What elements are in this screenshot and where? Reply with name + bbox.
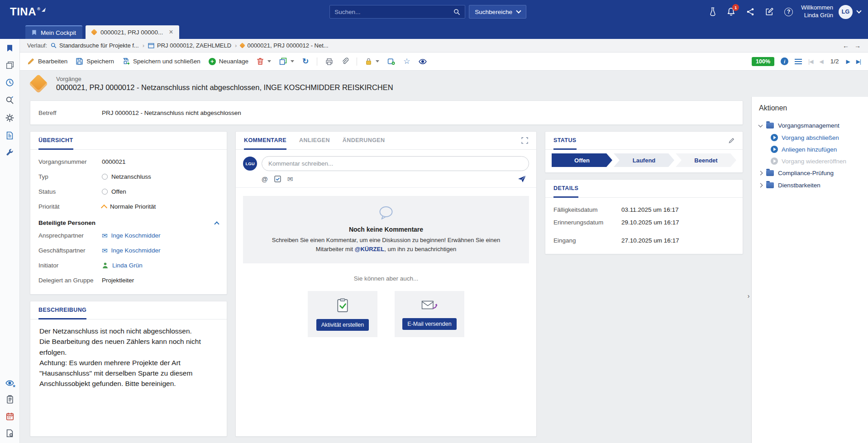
delete-button[interactable] bbox=[257, 57, 271, 65]
collapse-section-icon[interactable] bbox=[214, 221, 219, 226]
person-link[interactable]: Inge Koschmidder bbox=[111, 232, 161, 239]
chevron-down-icon[interactable] bbox=[758, 123, 763, 128]
field-value[interactable]: Netzanschluss bbox=[111, 173, 151, 180]
breadcrumb-item-search[interactable]: Standardsuche für Projekte f... bbox=[51, 42, 139, 49]
radio-icon[interactable] bbox=[102, 174, 108, 180]
clipboard-icon[interactable] bbox=[6, 395, 14, 404]
global-search-box[interactable] bbox=[329, 5, 465, 19]
action-anliegen-hinzufuegen[interactable]: Anliegen hinzufügen bbox=[759, 143, 861, 155]
last-page-button[interactable]: ▶| bbox=[856, 58, 861, 65]
edit-status-icon[interactable] bbox=[729, 138, 734, 143]
search-scope-button[interactable]: Suchbereiche bbox=[469, 5, 526, 19]
tab-mein-cockpit[interactable]: Mein Cockpit bbox=[25, 25, 82, 39]
dropdown-caret-icon[interactable] bbox=[267, 60, 271, 62]
action-group-vorgangsmanagement[interactable]: Vorgangsmanagement bbox=[759, 119, 861, 132]
status-step-laufend[interactable]: Laufend bbox=[614, 153, 674, 167]
favorite-button[interactable]: ☆ bbox=[403, 57, 410, 65]
task-icon[interactable] bbox=[274, 176, 281, 182]
field-value[interactable]: 29.10.2025 um 16:17 bbox=[621, 219, 734, 226]
bookmark-icon[interactable] bbox=[6, 44, 13, 52]
notifications-bell-icon[interactable]: 1 bbox=[727, 7, 735, 16]
copy-button[interactable] bbox=[279, 57, 294, 65]
breadcrumb-item-vorgang[interactable]: 0000021, PRJ 0000012 - Net... bbox=[240, 42, 328, 49]
action-vorgang-abschliessen[interactable]: Vorgang abschließen bbox=[759, 132, 861, 143]
zoom-badge[interactable]: 100% bbox=[752, 57, 774, 66]
wrench-icon[interactable] bbox=[6, 149, 14, 157]
tab-details[interactable]: DETAILS bbox=[553, 180, 578, 198]
chevron-right-icon[interactable] bbox=[758, 171, 763, 176]
send-comment-icon[interactable] bbox=[518, 175, 526, 183]
status-step-beendet[interactable]: Beendet bbox=[676, 153, 736, 167]
windows-icon[interactable] bbox=[6, 61, 14, 69]
dropdown-caret-icon[interactable] bbox=[376, 60, 379, 62]
tab-anliegen[interactable]: ANLIEGEN bbox=[299, 132, 330, 150]
add-link-button[interactable] bbox=[387, 57, 395, 65]
share-icon[interactable] bbox=[746, 8, 754, 16]
subject-value[interactable]: PRJ 0000012 - Netzanschluss nicht abgesc… bbox=[102, 110, 734, 116]
mail-icon[interactable]: ✉ bbox=[287, 176, 293, 182]
field-value[interactable]: 0000021 bbox=[102, 158, 126, 165]
field-value[interactable]: Offen bbox=[111, 188, 126, 195]
first-page-button[interactable]: |◀ bbox=[808, 58, 813, 65]
compose-icon[interactable] bbox=[765, 8, 773, 16]
person-link[interactable]: Linda Grün bbox=[112, 262, 143, 269]
search-edit-icon[interactable] bbox=[5, 96, 14, 105]
chevron-right-icon[interactable] bbox=[758, 183, 763, 188]
vial-icon[interactable] bbox=[710, 7, 716, 16]
field-value[interactable]: Normale Priorität bbox=[110, 203, 156, 210]
user-menu-chevron-icon[interactable] bbox=[856, 8, 861, 13]
mail-icon[interactable]: ✉ bbox=[102, 247, 108, 254]
next-page-button[interactable]: ▶ bbox=[846, 58, 849, 65]
mail-icon[interactable]: ✉ bbox=[102, 232, 108, 239]
field-value[interactable]: 03.11.2025 um 16:17 bbox=[621, 206, 734, 213]
tab-status[interactable]: STATUS bbox=[553, 132, 577, 150]
lock-button[interactable] bbox=[365, 57, 379, 65]
field-value[interactable]: 27.10.2025 um 16:17 bbox=[621, 237, 734, 244]
print-button[interactable] bbox=[325, 58, 333, 65]
description-text[interactable]: Der Netzanschluss ist noch nicht abgesch… bbox=[30, 319, 227, 395]
collapse-panel-icon[interactable]: › bbox=[745, 291, 752, 301]
action-group-dienstbarkeiten[interactable]: Dienstbarkeiten bbox=[759, 179, 861, 191]
info-icon[interactable]: i bbox=[781, 57, 788, 65]
eye-star-icon[interactable]: ★ bbox=[5, 380, 14, 386]
tab-kommentare[interactable]: KOMMENTARE bbox=[244, 132, 286, 150]
close-tab-icon[interactable]: × bbox=[169, 29, 173, 36]
prev-page-button[interactable]: ◀ bbox=[819, 58, 823, 65]
save-close-button[interactable]: Speichern und schließen bbox=[122, 57, 200, 65]
search-icon[interactable] bbox=[453, 9, 460, 15]
tab-aenderungen[interactable]: ÄNDERUNGEN bbox=[343, 132, 385, 150]
expand-icon[interactable] bbox=[521, 137, 528, 144]
status-step-offen[interactable]: Offen bbox=[552, 153, 612, 167]
edit-button[interactable]: Bearbeiten bbox=[27, 57, 67, 65]
search-input[interactable] bbox=[334, 9, 453, 15]
attachment-button[interactable] bbox=[341, 57, 348, 65]
calendar-icon[interactable] bbox=[6, 412, 14, 420]
tab-uebersicht[interactable]: ÜBERSICHT bbox=[38, 132, 73, 150]
action-group-compliance[interactable]: Compliance-Prüfung bbox=[759, 167, 861, 179]
help-icon[interactable]: ? bbox=[784, 8, 793, 16]
refresh-button[interactable]: ↻ bbox=[302, 57, 309, 65]
report-icon[interactable] bbox=[6, 131, 14, 140]
tab-vorgang[interactable]: 0000021, PRJ 00000... × bbox=[86, 25, 179, 39]
radio-icon[interactable] bbox=[102, 189, 108, 195]
send-email-button[interactable]: E-Mail versenden bbox=[402, 318, 456, 330]
send-email-tile[interactable]: E-Mail versenden bbox=[395, 291, 464, 337]
history-back-icon[interactable]: ← bbox=[843, 42, 849, 49]
comment-input[interactable] bbox=[262, 156, 529, 171]
user-avatar[interactable]: LG bbox=[839, 5, 853, 19]
field-value[interactable]: Projektleiter bbox=[102, 277, 134, 284]
new-record-button[interactable]: + Neuanlage bbox=[209, 58, 248, 65]
history-icon[interactable] bbox=[5, 78, 14, 87]
create-activity-button[interactable]: Aktivität erstellen bbox=[316, 319, 369, 331]
create-activity-tile[interactable]: Aktivität erstellen bbox=[308, 291, 377, 337]
gear-icon[interactable] bbox=[5, 114, 14, 122]
menu-icon[interactable] bbox=[795, 59, 802, 64]
mention-icon[interactable]: @ bbox=[262, 176, 268, 183]
person-link[interactable]: Inge Koschmidder bbox=[111, 247, 161, 254]
dropdown-caret-icon[interactable] bbox=[291, 60, 294, 62]
breadcrumb-item-project[interactable]: PRJ 0000012, ZAEHLMELD bbox=[148, 42, 231, 49]
doc-gear-icon[interactable] bbox=[6, 429, 14, 438]
history-forward-icon[interactable]: → bbox=[854, 42, 861, 49]
save-button[interactable]: Speichern bbox=[76, 57, 114, 65]
tab-beschreibung[interactable]: BESCHREIBUNG bbox=[38, 301, 86, 319]
